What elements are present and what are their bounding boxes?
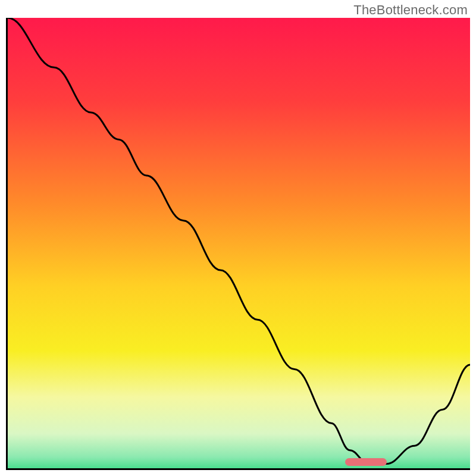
chart-plot-area <box>6 18 470 470</box>
watermark-text: TheBottleneck.com <box>353 2 468 18</box>
optimal-range-marker <box>345 458 387 466</box>
bottleneck-curve <box>8 18 470 468</box>
chart-wrapper: TheBottleneck.com <box>0 0 476 476</box>
